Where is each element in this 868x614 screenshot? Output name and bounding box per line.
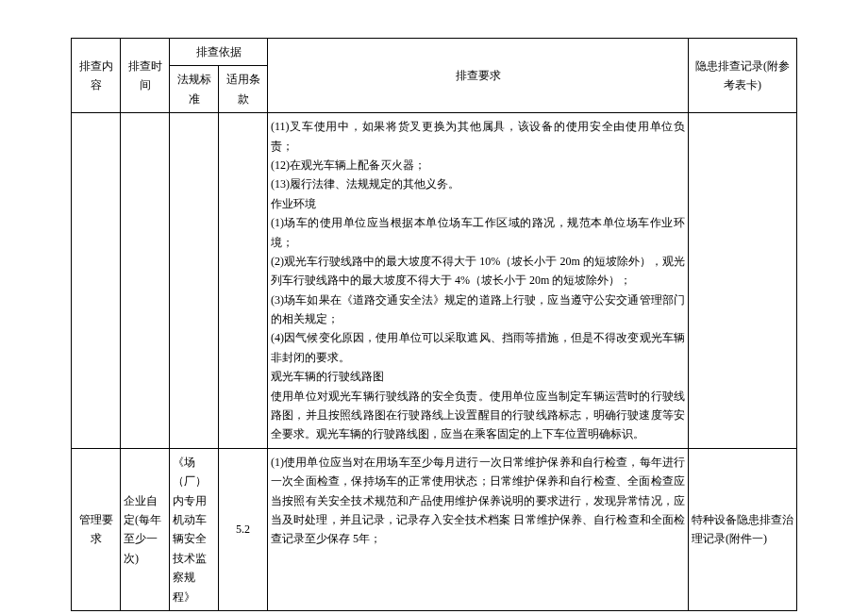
cell-basis-clause: 5.2: [219, 448, 268, 610]
header-basis-group: 排查依据: [170, 39, 268, 66]
cell-record: [689, 113, 797, 449]
req-line: (1)场车的使用单位应当根据本单位场车工作区域的路况，规范本单位场车作业环境；: [271, 213, 685, 252]
header-record: 隐患排查记录(附参考表卡): [689, 39, 797, 113]
req-line: (13)履行法律、法规规定的其他义务。: [271, 174, 685, 193]
req-line: 作业环境: [271, 194, 685, 213]
inspection-table: 排查内容 排查时间 排查依据 排查要求 隐患排查记录(附参考表卡) 法规标准 适…: [71, 38, 797, 611]
req-line: 使用单位对观光车辆行驶线路的安全负责。使用单位应当制定车辆运营时的行驶线路图，并…: [271, 387, 685, 444]
cell-content: 管理要求: [72, 448, 121, 610]
cell-requirements: (11)叉车使用中，如果将货叉更换为其他属具，该设备的使用安全由使用单位负责； …: [268, 113, 689, 449]
header-content: 排查内容: [72, 39, 121, 113]
table-row: (11)叉车使用中，如果将货叉更换为其他属具，该设备的使用安全由使用单位负责； …: [72, 113, 797, 449]
table-row: 管理要求 企业自定(每年至少一次) 《场（厂）内专用机动车辆安全技术监察规程》 …: [72, 448, 797, 610]
cell-content: [72, 113, 121, 449]
req-line: (12)在观光车辆上配备灭火器；: [271, 156, 685, 174]
header-time: 排查时间: [121, 39, 170, 113]
req-line: (2)观光车行驶线路中的最大坡度不得大于 10%（坡长小于 20m 的短坡除外）…: [271, 252, 685, 290]
req-line: (4)因气候变化原因，使用单位可以采取遮风、挡雨等措施，但是不得改变观光车辆非封…: [271, 328, 685, 367]
header-basis-std: 法规标准: [170, 66, 219, 113]
req-line: (1)使用单位应当对在用场车至少每月进行一次日常维护保养和自行检查，每年进行一次…: [271, 453, 685, 549]
req-line: (11)叉车使用中，如果将货叉更换为其他属具，该设备的使用安全由使用单位负责；: [271, 117, 685, 156]
cell-time: 企业自定(每年至少一次): [121, 448, 170, 610]
header-basis-clause: 适用条款: [219, 66, 268, 113]
header-requirements: 排查要求: [268, 39, 689, 113]
cell-time: [121, 113, 170, 449]
cell-record: 特种设备隐患排查治理记录(附件一): [689, 448, 797, 610]
cell-basis-std: [170, 113, 219, 449]
cell-requirements: (1)使用单位应当对在用场车至少每月进行一次日常维护保养和自行检查，每年进行一次…: [268, 448, 689, 610]
req-line: 观光车辆的行驶线路图: [271, 367, 685, 386]
cell-basis-clause: [219, 113, 268, 449]
req-line: (3)场车如果在《道路交通安全法》规定的道路上行驶，应当遵守公安交通管理部门的相…: [271, 290, 685, 329]
cell-basis-std: 《场（厂）内专用机动车辆安全技术监察规程》: [170, 448, 219, 610]
